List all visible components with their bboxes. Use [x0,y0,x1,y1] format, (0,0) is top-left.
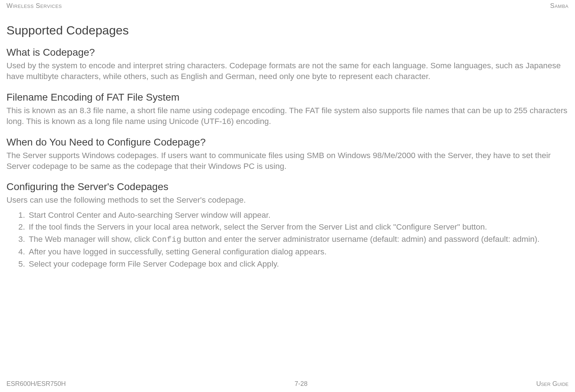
step-1: Start Control Center and Auto-searching … [27,209,569,221]
section-when-configure-body: The Server supports Windows codepages. I… [6,150,569,172]
step-4: After you have logged in successfully, s… [27,246,569,258]
header-left: Wireless Services [6,2,62,10]
header-right: Samba [550,2,569,10]
steps-list: Start Control Center and Auto-searching … [6,209,569,270]
step-3-text-b: button and enter the server administrato… [181,235,539,244]
step-5: Select your codepage form File Server Co… [27,258,569,270]
footer-center: 7-28 [295,380,308,388]
section-configuring-title: Configuring the Server's Codepages [6,181,569,193]
footer-right: User Guide [536,380,569,388]
step-2: If the tool finds the Servers in your lo… [27,221,569,233]
page-title: Supported Codepages [6,23,569,37]
step-3: The Web manager will show, click Config … [27,234,569,246]
page-footer: ESR600H/ESR750H 7-28 User Guide [6,380,569,388]
footer-left: ESR600H/ESR750H [6,380,66,388]
section-what-is-codepage-title: What is Codepage? [6,47,569,58]
section-filename-encoding-title: Filename Encoding of FAT File System [6,92,569,103]
section-configuring-intro: Users can use the following methods to s… [6,195,569,206]
section-filename-encoding-body: This is known as an 8.3 file name, a sho… [6,105,569,127]
section-when-configure-title: When do You Need to Configure Codepage? [6,137,569,148]
config-code: Config [152,235,181,244]
page-header: Wireless Services Samba [6,0,569,10]
step-3-text-a: The Web manager will show, click [29,235,152,244]
page: Wireless Services Samba Supported Codepa… [0,0,575,269]
section-what-is-codepage-body: Used by the system to encode and interpr… [6,60,569,82]
